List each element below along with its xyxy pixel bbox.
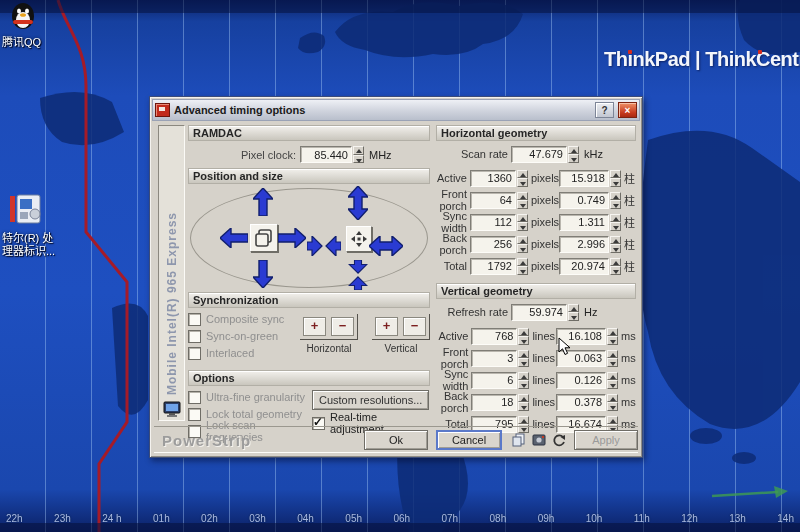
dialog-titlebar[interactable]: Advanced timing options ? ×	[152, 99, 640, 121]
help-button[interactable]: ?	[595, 102, 614, 118]
move-down-arrow[interactable]	[253, 260, 273, 288]
undo-restore-icon[interactable]	[552, 433, 566, 447]
geo-value-input[interactable]: 3	[471, 350, 517, 367]
geo-time-input[interactable]: 0.063	[556, 350, 606, 367]
position-center-button[interactable]	[250, 224, 278, 252]
expand-horizontal-arrow[interactable]	[369, 236, 403, 256]
checkbox-box[interactable]	[188, 347, 201, 360]
geo-time-input[interactable]: 20.974	[559, 258, 609, 275]
checkbox-ultra-fine-granularity[interactable]: Ultra-fine granularity	[188, 390, 312, 404]
checkbox-box[interactable]	[188, 313, 201, 326]
geo-time-input[interactable]: 1.311	[559, 214, 609, 231]
spinner-down[interactable]	[517, 178, 528, 187]
geo-value-input[interactable]: 18	[471, 394, 517, 411]
spinner-down[interactable]	[610, 266, 621, 275]
shrink-horizontal-arrow[interactable]	[307, 236, 341, 256]
move-right-arrow[interactable]	[278, 228, 306, 248]
checkbox-box[interactable]	[188, 330, 201, 343]
vertical-minus-button[interactable]: −	[403, 317, 426, 336]
spinner-down[interactable]	[518, 358, 529, 367]
spinner-up[interactable]	[610, 258, 621, 267]
spinner-down[interactable]	[518, 336, 529, 345]
checkbox-label: Interlaced	[206, 347, 254, 359]
geo-value-input[interactable]: 1360	[470, 170, 516, 187]
pixel-clock-input[interactable]: 85.440	[300, 146, 352, 163]
checkbox-interlaced[interactable]: Interlaced	[188, 346, 300, 360]
spinner-up[interactable]	[518, 416, 529, 425]
scan-rate-input[interactable]: 47.679	[511, 146, 567, 163]
spinner-down[interactable]	[517, 266, 528, 275]
geo-value-input[interactable]: 64	[470, 192, 516, 209]
geo-value-input[interactable]: 768	[471, 328, 517, 345]
vertical-plus-button[interactable]: +	[375, 317, 398, 336]
spinner-up[interactable]	[607, 394, 618, 403]
geo-time-input[interactable]: 0.126	[556, 372, 606, 389]
geo-value-input[interactable]: 6	[471, 372, 517, 389]
shrink-vertical-arrow[interactable]	[348, 260, 368, 290]
spinner-down[interactable]	[568, 154, 579, 163]
spinner-down[interactable]	[517, 222, 528, 231]
spinner-up[interactable]	[353, 146, 364, 155]
desktop-icon-qq[interactable]: 腾讯QQ	[2, 0, 72, 49]
spinner-down[interactable]	[610, 200, 621, 209]
spinner-down[interactable]	[607, 336, 618, 345]
save-snapshot-icon[interactable]	[532, 433, 546, 447]
checkbox-composite-sync[interactable]: Composite sync	[188, 312, 300, 326]
spinner-up[interactable]	[517, 258, 528, 267]
geo-time-input[interactable]: 16.108	[556, 328, 606, 345]
checkbox-sync-on-green[interactable]: Sync-on-green	[188, 329, 300, 343]
spinner-up[interactable]	[610, 192, 621, 201]
spinner-up[interactable]	[607, 328, 618, 337]
horizontal-plus-button[interactable]: +	[303, 317, 326, 336]
geo-time-input[interactable]: 2.996	[559, 236, 609, 253]
spinner-up[interactable]	[610, 170, 621, 179]
spinner-up[interactable]	[607, 372, 618, 381]
copy-to-clipboard-icon[interactable]	[512, 433, 526, 447]
ok-button[interactable]: Ok	[364, 430, 428, 450]
spinner-down[interactable]	[607, 358, 618, 367]
spinner-down[interactable]	[518, 402, 529, 411]
spinner-up[interactable]	[568, 304, 579, 313]
geo-value-input[interactable]: 112	[470, 214, 516, 231]
spinner-up[interactable]	[610, 214, 621, 223]
desktop-icon-intel-processor-id[interactable]: 特尔(R) 处 理器标识...	[2, 192, 72, 258]
geo-value-input[interactable]: 256	[470, 236, 516, 253]
close-button[interactable]: ×	[618, 102, 637, 118]
spinner-down[interactable]	[610, 244, 621, 253]
spinner-down[interactable]	[517, 200, 528, 209]
spinner-up[interactable]	[610, 236, 621, 245]
geo-time-input[interactable]: 0.378	[556, 394, 606, 411]
horizontal-minus-button[interactable]: −	[331, 317, 354, 336]
expand-vertical-arrow[interactable]	[348, 186, 368, 220]
spinner-down[interactable]	[607, 402, 618, 411]
checkbox-box[interactable]	[188, 408, 201, 421]
apply-button[interactable]: Apply	[574, 430, 638, 450]
spinner-up[interactable]	[517, 214, 528, 223]
spinner-up[interactable]	[518, 394, 529, 403]
geo-value-input[interactable]: 1792	[470, 258, 516, 275]
move-left-arrow[interactable]	[220, 228, 248, 248]
refresh-rate-input[interactable]: 59.974	[511, 304, 567, 321]
spinner-down[interactable]	[607, 380, 618, 389]
spinner-up[interactable]	[518, 350, 529, 359]
spinner-up[interactable]	[607, 350, 618, 359]
spinner-up[interactable]	[568, 146, 579, 155]
spinner-down[interactable]	[610, 222, 621, 231]
spinner-down[interactable]	[518, 380, 529, 389]
spinner-down[interactable]	[610, 178, 621, 187]
spinner-up[interactable]	[517, 170, 528, 179]
geo-time-input[interactable]: 15.918	[559, 170, 609, 187]
spinner-up[interactable]	[517, 236, 528, 245]
spinner-up[interactable]	[607, 416, 618, 425]
spinner-down[interactable]	[353, 155, 364, 164]
spinner-down[interactable]	[568, 312, 579, 321]
move-up-arrow[interactable]	[253, 188, 273, 216]
cancel-button[interactable]: Cancel	[436, 430, 502, 450]
spinner-up[interactable]	[518, 372, 529, 381]
geo-time-input[interactable]: 0.749	[559, 192, 609, 209]
checkbox-box[interactable]	[188, 391, 201, 404]
custom-resolutions-button[interactable]: Custom resolutions...	[312, 390, 429, 410]
spinner-up[interactable]	[518, 328, 529, 337]
spinner-down[interactable]	[517, 244, 528, 253]
spinner-up[interactable]	[517, 192, 528, 201]
